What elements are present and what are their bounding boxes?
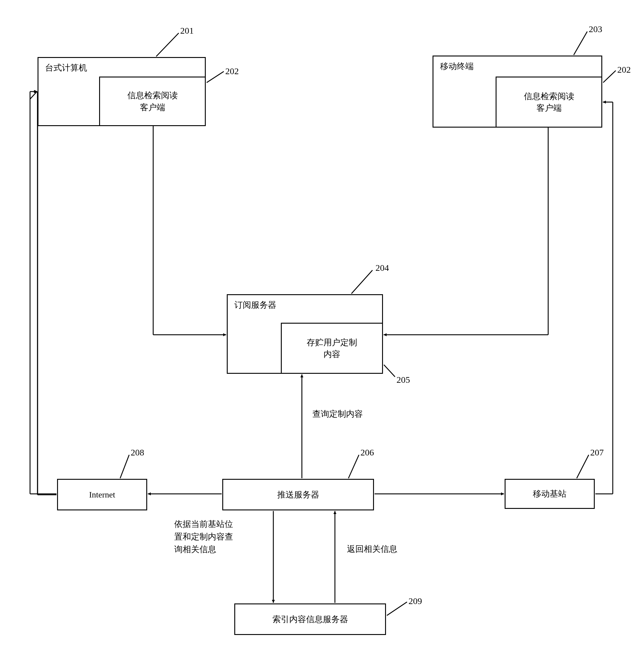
box-sub-store: 存贮用户定制 内容 xyxy=(281,323,383,374)
ref-internet: 208 xyxy=(131,447,144,457)
label-sub-server: 订阅服务器 xyxy=(234,299,276,311)
svg-line-2 xyxy=(574,31,587,55)
box-desktop-client: 信息检索阅读 客户端 xyxy=(99,77,206,126)
svg-line-5 xyxy=(384,365,395,377)
svg-line-22 xyxy=(30,91,37,99)
ref-desktop-client: 202 xyxy=(225,66,239,76)
ref-mobile-terminal: 203 xyxy=(589,24,602,34)
svg-line-6 xyxy=(120,455,129,478)
ref-base-station: 207 xyxy=(590,447,604,457)
svg-line-3 xyxy=(603,71,616,83)
diagram-canvas: 台式计算机 201 信息检索阅读 客户端 202 移动终端 203 信息检索阅读… xyxy=(12,12,632,659)
box-base-station: 移动基站 xyxy=(505,479,595,509)
ref-index-server: 209 xyxy=(409,596,422,606)
ref-mobile-client: 202 xyxy=(617,65,631,75)
label-mobile-terminal: 移动终端 xyxy=(440,61,474,72)
label-query-by-base: 依据当前基站位 置和定制内容查 询相关信息 xyxy=(174,518,233,556)
svg-line-7 xyxy=(348,455,359,478)
box-mobile-client: 信息检索阅读 客户端 xyxy=(496,77,602,128)
svg-line-8 xyxy=(577,455,589,478)
svg-line-1 xyxy=(207,72,224,83)
label-desktop: 台式计算机 xyxy=(45,62,87,74)
box-internet: Internet xyxy=(57,479,147,510)
ref-sub-server: 204 xyxy=(375,263,389,273)
label-query-custom: 查询定制内容 xyxy=(312,408,363,420)
label-return-info: 返回相关信息 xyxy=(347,543,397,555)
ref-desktop: 201 xyxy=(180,26,194,36)
ref-push-server: 206 xyxy=(360,447,374,457)
svg-line-9 xyxy=(387,602,407,616)
box-push-server: 推送服务器 xyxy=(222,479,374,510)
svg-line-4 xyxy=(351,270,372,294)
ref-sub-store: 205 xyxy=(396,375,410,385)
box-index-server: 索引内容信息服务器 xyxy=(234,604,386,635)
svg-line-0 xyxy=(156,33,179,56)
